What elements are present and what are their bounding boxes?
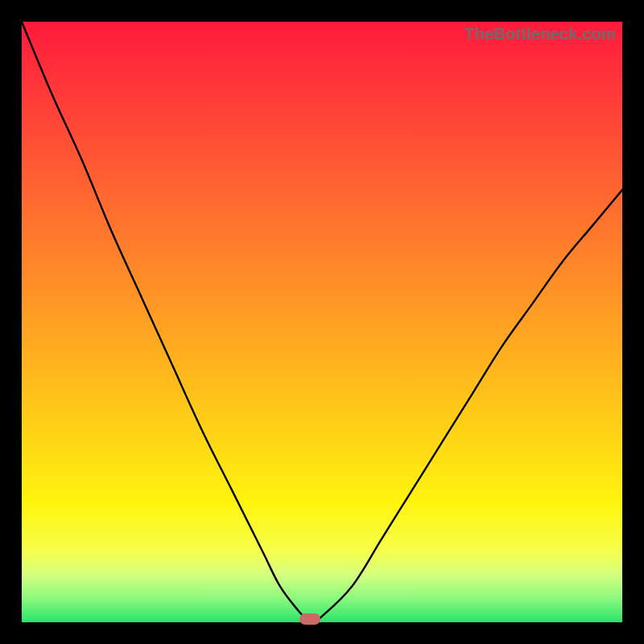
bottleneck-curve: [22, 22, 622, 622]
plot-area: TheBottleneck.com: [22, 22, 622, 622]
optimal-point-marker: [299, 613, 320, 625]
chart-frame: TheBottleneck.com: [0, 0, 644, 644]
